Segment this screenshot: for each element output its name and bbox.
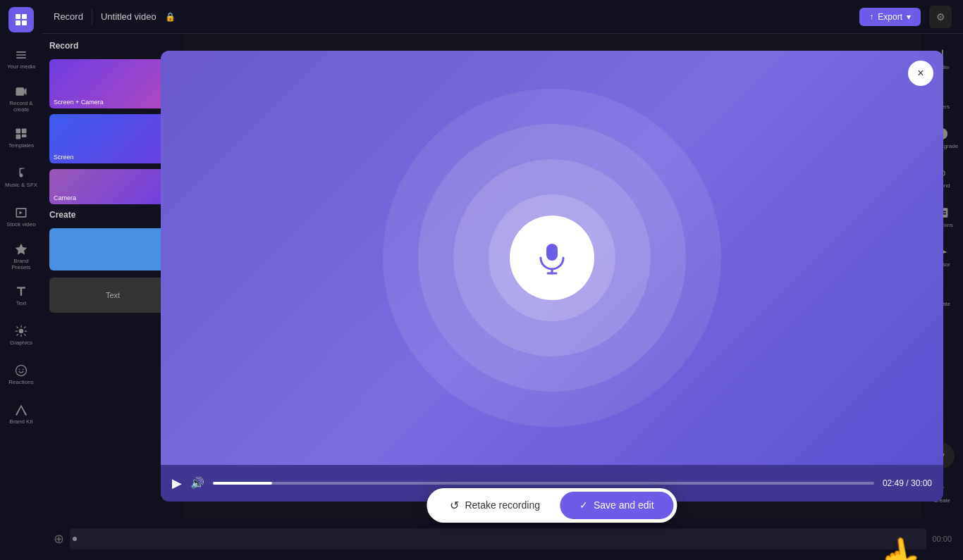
sidebar-item-stock-video[interactable]: Stock video: [4, 199, 38, 235]
export-button[interactable]: ↑ Export ▾: [859, 8, 921, 26]
play-button[interactable]: ▶: [172, 475, 182, 491]
svg-rect-3: [22, 20, 27, 25]
sidebar-item-music[interactable]: Music & SFX: [4, 159, 38, 196]
timeline-icon: ⊕: [54, 531, 64, 547]
tab-lock-icon: 🔒: [165, 12, 176, 22]
record-label: Record: [54, 11, 83, 22]
mic-button-circle: [510, 216, 594, 300]
svg-rect-0: [16, 14, 20, 19]
content-area: Record Screen + Camera Screen Camera Cre…: [42, 34, 963, 518]
thumbnail-screen-camera[interactable]: Screen + Camera: [49, 59, 176, 108]
sidebar-item-your-media[interactable]: Your media: [4, 41, 38, 77]
timeline-track[interactable]: [70, 528, 926, 549]
volume-button[interactable]: 🔊: [190, 476, 204, 490]
export-icon: ↑: [869, 12, 873, 22]
svg-point-12: [23, 369, 24, 371]
canvas-area: ×: [183, 34, 921, 518]
svg-point-11: [19, 369, 20, 371]
svg-rect-6: [22, 129, 27, 134]
panel-record-label: Record: [49, 41, 176, 51]
svg-rect-2: [16, 20, 20, 25]
recording-modal-overlay: ×: [183, 34, 921, 518]
timeline-controls: ⊕: [54, 531, 64, 547]
sidebar-item-record[interactable]: Record & create: [4, 80, 38, 117]
save-and-edit-button[interactable]: ✓ Save and edit: [560, 492, 674, 519]
create-text-button[interactable]: Text: [49, 278, 176, 313]
timeline-marker: [73, 537, 77, 541]
sidebar-item-graphics[interactable]: Graphics: [4, 317, 38, 354]
svg-point-10: [16, 366, 27, 376]
timeline-end-controls: 00:00: [932, 535, 952, 543]
svg-rect-7: [16, 135, 21, 139]
svg-rect-1: [22, 14, 27, 19]
modal-close-button[interactable]: ×: [908, 61, 933, 86]
export-chevron-icon: ▾: [907, 12, 911, 22]
svg-rect-8: [22, 135, 27, 137]
sidebar-item-reactions[interactable]: Reactions: [4, 356, 38, 393]
top-bar: Record Untitled video 🔒 ↑ Export ▾ ⚙: [42, 0, 963, 34]
sidebar-item-brand-presets[interactable]: Brand Presets: [4, 238, 38, 275]
time-display: 02:49 / 30:00: [883, 478, 932, 488]
svg-rect-4: [16, 87, 25, 96]
panel-create-label: Create: [49, 210, 176, 220]
svg-rect-5: [16, 129, 21, 134]
modal-wrapper: ×: [161, 51, 943, 502]
svg-point-9: [19, 329, 24, 334]
recording-modal: ×: [161, 51, 943, 502]
app-logo: [8, 7, 34, 32]
retake-icon: ↺: [450, 499, 459, 512]
video-title: Untitled video: [101, 11, 157, 22]
sidebar-item-brand-kit[interactable]: Brand Kit: [4, 396, 38, 433]
settings-icon[interactable]: ⚙: [929, 6, 952, 28]
mic-visualization: [161, 51, 943, 465]
sidebar-item-templates[interactable]: Templates: [4, 120, 38, 156]
left-sidebar: Your media Record & create Templates Mus…: [0, 0, 42, 560]
thumbnail-camera[interactable]: Camera: [49, 169, 176, 204]
timeline-bar: ⊕ 00:00: [42, 518, 963, 560]
main-area: Record Untitled video 🔒 ↑ Export ▾ ⚙ Rec…: [42, 0, 963, 560]
progress-bar[interactable]: [213, 482, 874, 485]
microphone-icon: [535, 241, 569, 275]
thumbnail-screen[interactable]: Screen: [49, 114, 176, 163]
sidebar-item-text[interactable]: Text: [4, 278, 38, 314]
save-icon: ✓: [579, 499, 588, 511]
progress-fill: [213, 482, 272, 485]
modal-actions: ↺ Retake recording ✓ Save and edit: [427, 488, 677, 523]
retake-recording-button[interactable]: ↺ Retake recording: [430, 492, 560, 519]
thumbnail-create[interactable]: [49, 228, 176, 270]
close-icon: ×: [917, 67, 924, 80]
svg-rect-13: [546, 244, 558, 261]
